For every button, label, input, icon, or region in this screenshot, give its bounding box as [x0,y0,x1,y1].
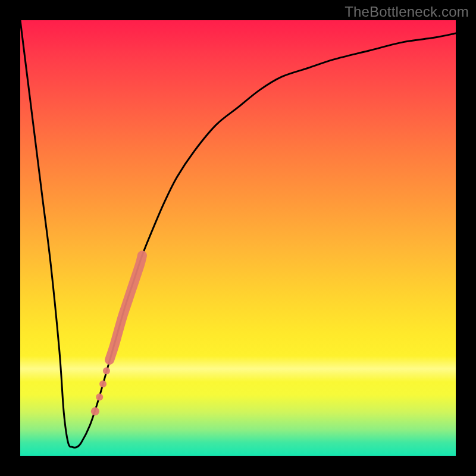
plot-area [20,20,456,456]
chart-svg [20,20,456,456]
highlight-dot [99,380,107,387]
highlight-dot [91,407,99,415]
watermark-text: TheBottleneck.com [345,4,469,20]
bottleneck-curve [20,20,456,447]
chart-frame: TheBottleneck.com [0,0,476,476]
highlight-dot [103,367,110,374]
highlight-dot [96,393,103,400]
highlight-segment [109,255,142,360]
